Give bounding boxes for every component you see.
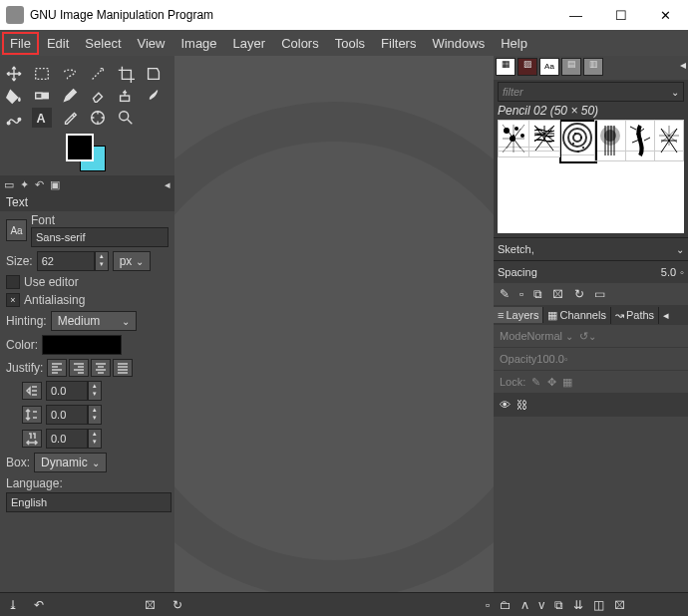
color-swatches[interactable] <box>66 134 106 169</box>
configure-tab-icon[interactable]: ◂ <box>165 178 171 191</box>
delete-tool-preset-icon[interactable]: ⛝ <box>145 598 157 612</box>
configure-layers-icon[interactable]: ◂ <box>659 309 673 322</box>
open-brush-icon[interactable]: ▭ <box>594 287 605 301</box>
refresh-brush-icon[interactable]: ↻ <box>574 287 584 301</box>
maximize-button[interactable]: ☐ <box>598 0 643 30</box>
tab-tool-options-icon[interactable]: ▭ <box>4 178 14 191</box>
menu-windows[interactable]: Windows <box>424 32 493 55</box>
language-field[interactable]: English <box>6 492 172 512</box>
menu-file[interactable]: File <box>2 32 39 55</box>
transform-tool[interactable] <box>144 64 164 84</box>
move-tool[interactable] <box>4 64 24 84</box>
text-tool[interactable]: A <box>32 108 52 128</box>
bucket-tool[interactable] <box>4 86 24 106</box>
close-button[interactable]: ✕ <box>643 0 688 30</box>
line-spacing-field[interactable]: 0.0 <box>46 405 88 425</box>
merge-layer-icon[interactable]: ⇊ <box>573 598 583 612</box>
justify-right-button[interactable] <box>69 359 89 377</box>
new-brush-icon[interactable]: ▫ <box>519 287 523 301</box>
font-field[interactable]: Sans-serif <box>31 227 169 247</box>
size-field[interactable]: 62 <box>37 251 95 271</box>
lock-alpha-icon[interactable]: ▦ <box>562 376 572 389</box>
eraser-tool[interactable] <box>88 86 108 106</box>
menu-help[interactable]: Help <box>493 32 535 55</box>
brush-filter-field[interactable]: filter⌄ <box>498 82 684 102</box>
lock-position-icon[interactable]: ✥ <box>547 376 556 389</box>
delete-layer-icon[interactable]: ⛝ <box>614 598 626 612</box>
edit-brush-icon[interactable]: ✎ <box>500 287 510 301</box>
clone-tool[interactable] <box>116 86 136 106</box>
canvas-area[interactable] <box>174 56 494 592</box>
mode-dropdown[interactable]: Normal <box>527 330 562 342</box>
restore-tool-preset-icon[interactable]: ↶ <box>34 598 44 612</box>
configure-tab-icon-right[interactable]: ◂ <box>680 58 686 78</box>
opacity-value[interactable]: 100.0 <box>536 353 564 365</box>
justify-fill-button[interactable] <box>113 359 133 377</box>
hinting-dropdown[interactable]: Medium⌄ <box>51 311 137 331</box>
size-spinner[interactable]: ▴▾ <box>95 251 109 271</box>
channels-tab[interactable]: ▦Channels <box>543 307 610 324</box>
justify-left-button[interactable] <box>47 359 67 377</box>
fuzzy-select-tool[interactable] <box>88 64 108 84</box>
reset-tool-preset-icon[interactable]: ↻ <box>172 598 182 612</box>
foreground-color[interactable] <box>66 134 94 161</box>
menu-image[interactable]: Image <box>172 32 224 55</box>
menu-select[interactable]: Select <box>77 32 129 55</box>
brush-grid[interactable] <box>498 120 684 233</box>
box-dropdown[interactable]: Dynamic⌄ <box>34 453 107 472</box>
free-select-tool[interactable] <box>60 64 80 84</box>
menu-tools[interactable]: Tools <box>327 32 373 55</box>
link-icon[interactable]: ⛓ <box>516 399 527 411</box>
brushes-tab[interactable]: ▦ <box>496 58 516 76</box>
tab-device-icon[interactable]: ✦ <box>20 178 29 191</box>
menu-colors[interactable]: Colors <box>273 32 327 55</box>
menu-edit[interactable]: Edit <box>39 32 77 55</box>
mask-layer-icon[interactable]: ◫ <box>593 598 604 612</box>
lock-pixels-icon[interactable]: ✎ <box>531 376 540 389</box>
menu-view[interactable]: View <box>130 32 173 55</box>
line-spacing-spinner[interactable]: ▴▾ <box>88 405 102 425</box>
document-tab[interactable]: ▥ <box>583 58 603 76</box>
paths-tab[interactable]: ↝Paths <box>611 307 659 324</box>
letter-spacing-field[interactable]: 0.0 <box>46 429 88 449</box>
history-tab[interactable]: ▤ <box>561 58 581 76</box>
antialias-checkbox[interactable]: × <box>6 293 20 307</box>
save-tool-preset-icon[interactable]: ⤓ <box>8 598 18 612</box>
letter-spacing-spinner[interactable]: ▴▾ <box>88 429 102 449</box>
measure-tool[interactable] <box>88 108 108 128</box>
pencil-tool[interactable] <box>60 86 80 106</box>
patterns-tab[interactable]: ▨ <box>517 58 537 76</box>
zoom-tool[interactable] <box>116 108 136 128</box>
lower-layer-icon[interactable]: v <box>538 598 544 612</box>
fonts-tab[interactable]: Aa <box>539 58 559 76</box>
font-icon[interactable]: Aa <box>6 219 27 241</box>
layers-tab[interactable]: ≡Layers <box>494 307 543 323</box>
smudge-tool[interactable] <box>144 86 164 106</box>
gradient-tool[interactable] <box>32 86 52 106</box>
rect-select-tool[interactable] <box>32 64 52 84</box>
duplicate-brush-icon[interactable]: ⧉ <box>533 287 542 301</box>
indent-field[interactable]: 0.0 <box>46 381 88 401</box>
brush-preset-row[interactable]: Sketch,⌄ <box>494 237 688 260</box>
size-unit-dropdown[interactable]: px⌄ <box>113 251 152 271</box>
brush-spacing-row[interactable]: Spacing5.0◦ <box>494 260 688 283</box>
visibility-icon[interactable]: 👁 <box>500 399 511 411</box>
justify-center-button[interactable] <box>91 359 111 377</box>
crop-tool[interactable] <box>116 64 136 84</box>
color-picker-tool[interactable] <box>60 108 80 128</box>
menu-layer[interactable]: Layer <box>225 32 274 55</box>
use-editor-checkbox[interactable] <box>6 275 20 289</box>
raise-layer-icon[interactable]: ʌ <box>521 598 528 612</box>
delete-brush-icon[interactable]: ⛝ <box>552 287 564 301</box>
new-group-icon[interactable]: 🗀 <box>500 598 512 612</box>
minimize-button[interactable]: — <box>553 0 598 30</box>
mode-switch-icon[interactable]: ↺ <box>579 330 588 343</box>
menu-filters[interactable]: Filters <box>373 32 424 55</box>
new-layer-icon[interactable]: ▫ <box>486 598 490 612</box>
path-tool[interactable] <box>4 108 24 128</box>
text-color-swatch[interactable] <box>42 335 122 355</box>
indent-spinner[interactable]: ▴▾ <box>88 381 102 401</box>
duplicate-layer-icon[interactable]: ⧉ <box>554 598 563 612</box>
tab-undo-icon[interactable]: ↶ <box>35 178 44 191</box>
tab-images-icon[interactable]: ▣ <box>50 178 60 191</box>
